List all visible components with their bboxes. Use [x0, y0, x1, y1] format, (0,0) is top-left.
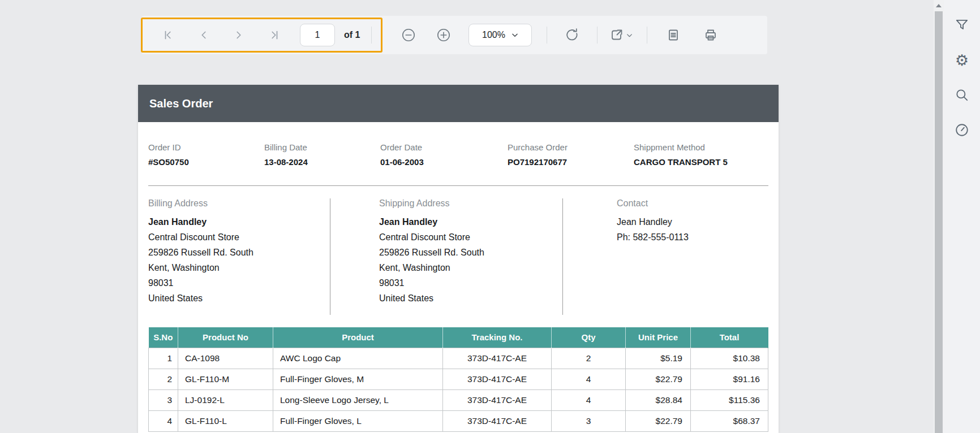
chevron-left-icon: [197, 29, 210, 41]
billing-line: Kent, Washington: [148, 260, 330, 275]
cell-product: Full-Finger Gloves, L: [273, 410, 443, 431]
field-value: PO7192170677: [508, 157, 568, 167]
line-items-table: S.No Product No Product Tracking No. Qty…: [148, 327, 768, 432]
toolbar-separator: [597, 27, 598, 44]
billing-line: United States: [148, 291, 330, 306]
purchase-order-field: Purchase Order PO7192170677: [508, 142, 568, 167]
first-page-button[interactable]: [157, 24, 180, 46]
field-label: Order Date: [380, 142, 424, 152]
order-date-field: Order Date 01-06-2003: [380, 142, 424, 167]
contact-block: Contact Jean Handley Ph: 582-555-0113: [563, 198, 768, 315]
document-icon: [667, 28, 680, 42]
pagination-group-highlighted: of 1: [141, 18, 382, 53]
field-label: Purchase Order: [508, 142, 568, 152]
cell-sno: 3: [149, 389, 178, 410]
settings-button[interactable]: ⚙: [954, 52, 970, 68]
cell-qty: 4: [552, 369, 626, 389]
column-header-sno: S.No: [149, 327, 178, 348]
shipping-address-block: Shipping Address Jean Handley Central Di…: [330, 198, 563, 315]
field-label: Order ID: [148, 142, 189, 152]
column-header-unit-price: Unit Price: [626, 327, 691, 348]
toolbar-separator: [371, 27, 372, 44]
chevron-down-icon: [626, 32, 633, 39]
page-count-label: of 1: [344, 30, 360, 40]
cell-total: $115.36: [691, 389, 768, 410]
refresh-button[interactable]: [561, 24, 583, 46]
cell-product-no: GL-F110-M: [178, 369, 273, 389]
report-title: Sales Order: [149, 97, 213, 110]
scrollbar-thumb[interactable]: [935, 11, 943, 433]
cell-product: Full-Finger Gloves, M: [273, 369, 443, 389]
shipment-method-field: Shippment Method CARGO TRANSPORT 5: [634, 142, 728, 167]
column-header-total: Total: [691, 327, 768, 348]
addresses-section: Billing Address Jean Handley Central Dis…: [148, 198, 768, 315]
billing-line: 98031: [148, 275, 330, 291]
order-summary-row: Order ID #SO50750 Billing Date 13-08-202…: [148, 142, 768, 168]
cell-unit-price: $5.19: [626, 348, 691, 369]
column-header-tracking: Tracking No.: [443, 327, 552, 348]
contact-phone: Ph: 582-555-0113: [617, 230, 768, 245]
toolbar-separator: [547, 27, 547, 44]
contact-heading: Contact: [617, 198, 768, 209]
zoom-in-icon: [436, 28, 451, 42]
report-viewer-toolbar: of 1 100%: [141, 16, 767, 54]
parameters-filter-button[interactable]: [954, 17, 970, 33]
cell-qty: 2: [552, 348, 626, 369]
table-row: 4 GL-F110-L Full-Finger Gloves, L 373D-4…: [149, 410, 768, 431]
billing-address-heading: Billing Address: [148, 198, 330, 209]
cell-qty: 3: [552, 410, 626, 431]
cell-total: $10.38: [691, 348, 768, 369]
table-row: 3 LJ-0192-L Long-Sleeve Logo Jersey, L 3…: [149, 389, 768, 410]
report-page: Sales Order Order ID #SO50750 Billing Da…: [138, 85, 779, 433]
first-page-icon: [162, 29, 175, 41]
page-setup-button[interactable]: [662, 24, 685, 46]
table-row: 1 CA-1098 AWC Logo Cap 373D-417C-AE 2 $5…: [149, 348, 768, 369]
billing-name: Jean Handley: [148, 214, 330, 230]
export-dropdown[interactable]: [610, 28, 633, 42]
cell-product: AWC Logo Cap: [273, 348, 443, 369]
table-row: 2 GL-F110-M Full-Finger Gloves, M 373D-4…: [149, 369, 768, 389]
cell-qty: 4: [552, 389, 626, 410]
billing-date-field: Billing Date 13-08-2024: [264, 142, 308, 167]
column-header-product-no: Product No: [178, 327, 273, 348]
report-title-band: Sales Order: [138, 85, 779, 122]
cell-unit-price: $22.79: [626, 369, 691, 389]
last-page-button[interactable]: [263, 24, 285, 46]
cell-tracking: 373D-417C-AE: [443, 348, 552, 369]
refresh-icon: [565, 28, 579, 42]
export-icon: [610, 28, 624, 42]
chevron-down-icon: [511, 31, 519, 39]
field-value: #SO50750: [148, 157, 189, 167]
viewer-side-rail: ⚙: [944, 0, 980, 433]
page-number-input[interactable]: [300, 24, 335, 46]
previous-page-button[interactable]: [192, 24, 215, 46]
cell-tracking: 373D-417C-AE: [443, 389, 552, 410]
cell-total: $68.37: [691, 410, 768, 431]
contact-name: Jean Handley: [617, 214, 768, 230]
performance-button[interactable]: [954, 122, 970, 138]
search-button[interactable]: [954, 87, 970, 103]
billing-line: 259826 Russell Rd. South: [148, 245, 330, 260]
cell-sno: 1: [149, 348, 178, 369]
zoom-in-button[interactable]: [432, 24, 455, 46]
vertical-scrollbar[interactable]: [934, 0, 944, 433]
zoom-out-icon: [401, 28, 416, 42]
print-button[interactable]: [699, 24, 722, 46]
field-value: 13-08-2024: [264, 157, 308, 167]
billing-line: Central Discount Store: [148, 230, 330, 245]
section-divider: [148, 185, 768, 186]
cell-tracking: 373D-417C-AE: [443, 369, 552, 389]
cell-product: Long-Sleeve Logo Jersey, L: [273, 389, 443, 410]
zoom-level-value: 100%: [482, 30, 505, 40]
zoom-level-dropdown[interactable]: 100%: [468, 24, 532, 46]
cell-tracking: 373D-417C-AE: [443, 410, 552, 431]
next-page-button[interactable]: [227, 24, 250, 46]
order-id-field: Order ID #SO50750: [148, 142, 189, 167]
cell-unit-price: $22.79: [626, 410, 691, 431]
scroll-up-arrow-icon[interactable]: [936, 4, 942, 7]
column-header-qty: Qty: [552, 327, 626, 348]
cell-unit-price: $28.84: [626, 389, 691, 410]
last-page-icon: [268, 29, 280, 41]
zoom-out-button[interactable]: [397, 24, 420, 46]
cell-sno: 4: [149, 410, 178, 431]
